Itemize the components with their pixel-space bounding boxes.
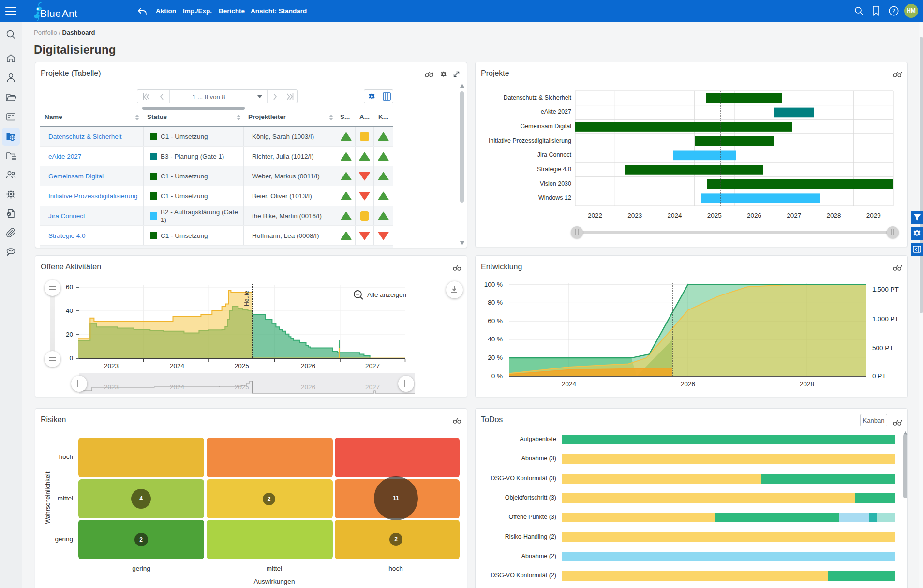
svg-text:?: ? bbox=[892, 8, 895, 15]
